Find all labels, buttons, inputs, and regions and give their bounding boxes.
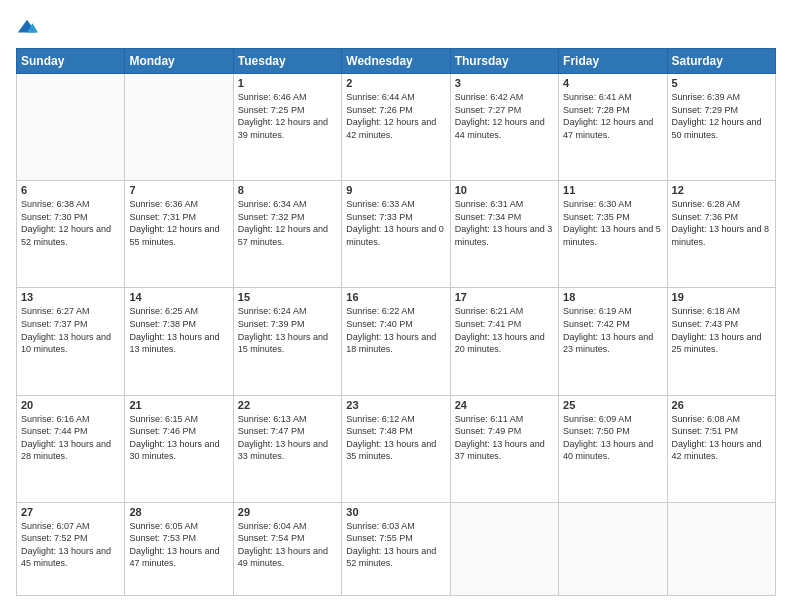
day-number: 1 (238, 77, 337, 89)
day-number: 8 (238, 184, 337, 196)
day-number: 2 (346, 77, 445, 89)
day-info: Sunrise: 6:04 AM Sunset: 7:54 PM Dayligh… (238, 520, 337, 570)
day-info: Sunrise: 6:33 AM Sunset: 7:33 PM Dayligh… (346, 198, 445, 248)
week-row-5: 27Sunrise: 6:07 AM Sunset: 7:52 PM Dayli… (17, 502, 776, 595)
weekday-header-row: SundayMondayTuesdayWednesdayThursdayFrid… (17, 49, 776, 74)
day-number: 12 (672, 184, 771, 196)
logo (16, 16, 42, 38)
day-number: 3 (455, 77, 554, 89)
week-row-4: 20Sunrise: 6:16 AM Sunset: 7:44 PM Dayli… (17, 395, 776, 502)
day-number: 13 (21, 291, 120, 303)
calendar-cell: 8Sunrise: 6:34 AM Sunset: 7:32 PM Daylig… (233, 181, 341, 288)
day-info: Sunrise: 6:18 AM Sunset: 7:43 PM Dayligh… (672, 305, 771, 355)
day-info: Sunrise: 6:09 AM Sunset: 7:50 PM Dayligh… (563, 413, 662, 463)
day-info: Sunrise: 6:39 AM Sunset: 7:29 PM Dayligh… (672, 91, 771, 141)
calendar-cell: 14Sunrise: 6:25 AM Sunset: 7:38 PM Dayli… (125, 288, 233, 395)
calendar-cell: 10Sunrise: 6:31 AM Sunset: 7:34 PM Dayli… (450, 181, 558, 288)
day-number: 23 (346, 399, 445, 411)
day-number: 25 (563, 399, 662, 411)
calendar-cell: 21Sunrise: 6:15 AM Sunset: 7:46 PM Dayli… (125, 395, 233, 502)
page: SundayMondayTuesdayWednesdayThursdayFrid… (0, 0, 792, 612)
day-number: 17 (455, 291, 554, 303)
calendar-cell: 12Sunrise: 6:28 AM Sunset: 7:36 PM Dayli… (667, 181, 775, 288)
day-info: Sunrise: 6:28 AM Sunset: 7:36 PM Dayligh… (672, 198, 771, 248)
day-number: 19 (672, 291, 771, 303)
calendar-cell (559, 502, 667, 595)
day-number: 15 (238, 291, 337, 303)
weekday-header-friday: Friday (559, 49, 667, 74)
day-info: Sunrise: 6:03 AM Sunset: 7:55 PM Dayligh… (346, 520, 445, 570)
day-info: Sunrise: 6:19 AM Sunset: 7:42 PM Dayligh… (563, 305, 662, 355)
day-info: Sunrise: 6:42 AM Sunset: 7:27 PM Dayligh… (455, 91, 554, 141)
calendar-cell (450, 502, 558, 595)
day-number: 4 (563, 77, 662, 89)
calendar-cell: 2Sunrise: 6:44 AM Sunset: 7:26 PM Daylig… (342, 74, 450, 181)
day-info: Sunrise: 6:22 AM Sunset: 7:40 PM Dayligh… (346, 305, 445, 355)
day-info: Sunrise: 6:46 AM Sunset: 7:25 PM Dayligh… (238, 91, 337, 141)
calendar-cell: 22Sunrise: 6:13 AM Sunset: 7:47 PM Dayli… (233, 395, 341, 502)
weekday-header-saturday: Saturday (667, 49, 775, 74)
day-info: Sunrise: 6:41 AM Sunset: 7:28 PM Dayligh… (563, 91, 662, 141)
calendar-cell (125, 74, 233, 181)
calendar-cell: 18Sunrise: 6:19 AM Sunset: 7:42 PM Dayli… (559, 288, 667, 395)
day-number: 29 (238, 506, 337, 518)
calendar-cell: 15Sunrise: 6:24 AM Sunset: 7:39 PM Dayli… (233, 288, 341, 395)
day-info: Sunrise: 6:36 AM Sunset: 7:31 PM Dayligh… (129, 198, 228, 248)
calendar-cell (667, 502, 775, 595)
calendar-cell: 4Sunrise: 6:41 AM Sunset: 7:28 PM Daylig… (559, 74, 667, 181)
day-info: Sunrise: 6:30 AM Sunset: 7:35 PM Dayligh… (563, 198, 662, 248)
logo-icon (16, 16, 38, 38)
week-row-3: 13Sunrise: 6:27 AM Sunset: 7:37 PM Dayli… (17, 288, 776, 395)
day-info: Sunrise: 6:12 AM Sunset: 7:48 PM Dayligh… (346, 413, 445, 463)
calendar-cell: 5Sunrise: 6:39 AM Sunset: 7:29 PM Daylig… (667, 74, 775, 181)
weekday-header-monday: Monday (125, 49, 233, 74)
day-info: Sunrise: 6:27 AM Sunset: 7:37 PM Dayligh… (21, 305, 120, 355)
weekday-header-sunday: Sunday (17, 49, 125, 74)
week-row-1: 1Sunrise: 6:46 AM Sunset: 7:25 PM Daylig… (17, 74, 776, 181)
calendar-cell: 28Sunrise: 6:05 AM Sunset: 7:53 PM Dayli… (125, 502, 233, 595)
day-number: 20 (21, 399, 120, 411)
day-info: Sunrise: 6:11 AM Sunset: 7:49 PM Dayligh… (455, 413, 554, 463)
calendar-cell: 1Sunrise: 6:46 AM Sunset: 7:25 PM Daylig… (233, 74, 341, 181)
calendar-cell: 23Sunrise: 6:12 AM Sunset: 7:48 PM Dayli… (342, 395, 450, 502)
calendar-cell: 9Sunrise: 6:33 AM Sunset: 7:33 PM Daylig… (342, 181, 450, 288)
day-number: 21 (129, 399, 228, 411)
calendar-cell: 16Sunrise: 6:22 AM Sunset: 7:40 PM Dayli… (342, 288, 450, 395)
day-number: 28 (129, 506, 228, 518)
day-number: 30 (346, 506, 445, 518)
day-number: 26 (672, 399, 771, 411)
calendar-cell: 17Sunrise: 6:21 AM Sunset: 7:41 PM Dayli… (450, 288, 558, 395)
day-number: 9 (346, 184, 445, 196)
calendar-cell: 7Sunrise: 6:36 AM Sunset: 7:31 PM Daylig… (125, 181, 233, 288)
calendar-cell: 26Sunrise: 6:08 AM Sunset: 7:51 PM Dayli… (667, 395, 775, 502)
calendar-cell: 30Sunrise: 6:03 AM Sunset: 7:55 PM Dayli… (342, 502, 450, 595)
calendar-cell: 29Sunrise: 6:04 AM Sunset: 7:54 PM Dayli… (233, 502, 341, 595)
day-info: Sunrise: 6:38 AM Sunset: 7:30 PM Dayligh… (21, 198, 120, 248)
day-info: Sunrise: 6:44 AM Sunset: 7:26 PM Dayligh… (346, 91, 445, 141)
week-row-2: 6Sunrise: 6:38 AM Sunset: 7:30 PM Daylig… (17, 181, 776, 288)
day-number: 10 (455, 184, 554, 196)
day-number: 27 (21, 506, 120, 518)
day-info: Sunrise: 6:21 AM Sunset: 7:41 PM Dayligh… (455, 305, 554, 355)
day-info: Sunrise: 6:05 AM Sunset: 7:53 PM Dayligh… (129, 520, 228, 570)
calendar-cell: 13Sunrise: 6:27 AM Sunset: 7:37 PM Dayli… (17, 288, 125, 395)
day-info: Sunrise: 6:15 AM Sunset: 7:46 PM Dayligh… (129, 413, 228, 463)
calendar-cell: 11Sunrise: 6:30 AM Sunset: 7:35 PM Dayli… (559, 181, 667, 288)
calendar-table: SundayMondayTuesdayWednesdayThursdayFrid… (16, 48, 776, 596)
day-number: 24 (455, 399, 554, 411)
day-number: 11 (563, 184, 662, 196)
calendar-cell: 25Sunrise: 6:09 AM Sunset: 7:50 PM Dayli… (559, 395, 667, 502)
day-info: Sunrise: 6:34 AM Sunset: 7:32 PM Dayligh… (238, 198, 337, 248)
calendar-cell (17, 74, 125, 181)
weekday-header-wednesday: Wednesday (342, 49, 450, 74)
day-number: 6 (21, 184, 120, 196)
day-number: 18 (563, 291, 662, 303)
calendar-cell: 19Sunrise: 6:18 AM Sunset: 7:43 PM Dayli… (667, 288, 775, 395)
day-number: 5 (672, 77, 771, 89)
weekday-header-thursday: Thursday (450, 49, 558, 74)
day-info: Sunrise: 6:31 AM Sunset: 7:34 PM Dayligh… (455, 198, 554, 248)
calendar-cell: 20Sunrise: 6:16 AM Sunset: 7:44 PM Dayli… (17, 395, 125, 502)
weekday-header-tuesday: Tuesday (233, 49, 341, 74)
calendar-cell: 6Sunrise: 6:38 AM Sunset: 7:30 PM Daylig… (17, 181, 125, 288)
day-info: Sunrise: 6:25 AM Sunset: 7:38 PM Dayligh… (129, 305, 228, 355)
